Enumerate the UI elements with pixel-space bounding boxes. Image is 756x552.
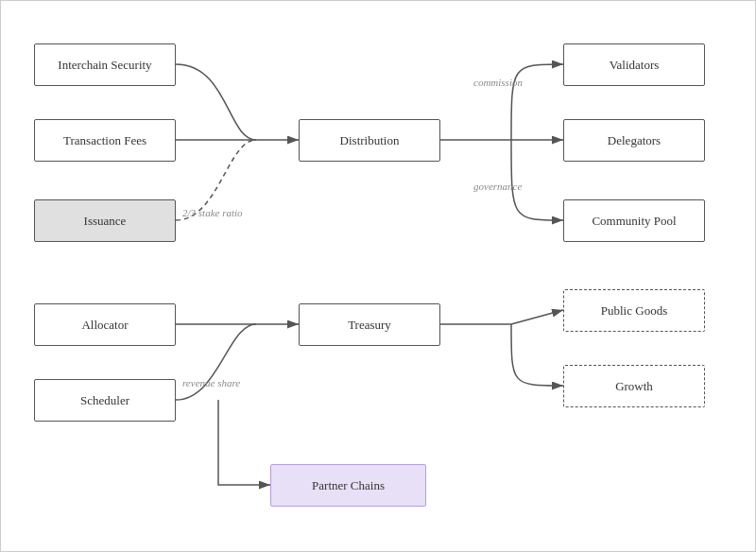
stake-ratio-label: 2/3 stake ratio <box>182 207 243 218</box>
allocator-label: Allocator <box>81 318 128 333</box>
treasury-node: Treasury <box>299 303 440 346</box>
commission-label: commission <box>473 77 523 88</box>
growth-node: Growth <box>563 365 705 407</box>
delegators-label: Delegators <box>608 133 661 148</box>
community-pool-label: Community Pool <box>592 214 676 229</box>
validators-label: Validators <box>610 58 660 73</box>
governance-label: governance <box>473 181 522 192</box>
public-goods-node: Public Goods <box>563 289 705 332</box>
scheduler-node: Scheduler <box>34 379 176 422</box>
public-goods-label: Public Goods <box>601 303 667 319</box>
tx-fees-node: Transaction Fees <box>34 119 176 162</box>
growth-label: Growth <box>615 379 653 394</box>
interchain-security-label: Interchain Security <box>58 58 151 73</box>
partner-chains-node: Partner Chains <box>270 464 426 507</box>
scheduler-label: Scheduler <box>80 393 129 408</box>
delegators-node: Delegators <box>563 119 705 162</box>
issuance-label: Issuance <box>84 214 127 229</box>
community-pool-node: Community Pool <box>563 199 705 242</box>
distribution-node: Distribution <box>299 119 440 162</box>
treasury-label: Treasury <box>348 318 391 333</box>
issuance-node: Issuance <box>34 199 176 242</box>
tx-fees-label: Transaction Fees <box>63 133 146 148</box>
allocator-node: Allocator <box>34 303 176 346</box>
validators-node: Validators <box>563 43 705 86</box>
revenue-share-label: revenue share <box>182 377 240 388</box>
distribution-label: Distribution <box>340 133 400 148</box>
interchain-security-node: Interchain Security <box>34 43 176 86</box>
partner-chains-label: Partner Chains <box>312 478 385 493</box>
diagram: Interchain Security Transaction Fees Iss… <box>0 0 756 552</box>
